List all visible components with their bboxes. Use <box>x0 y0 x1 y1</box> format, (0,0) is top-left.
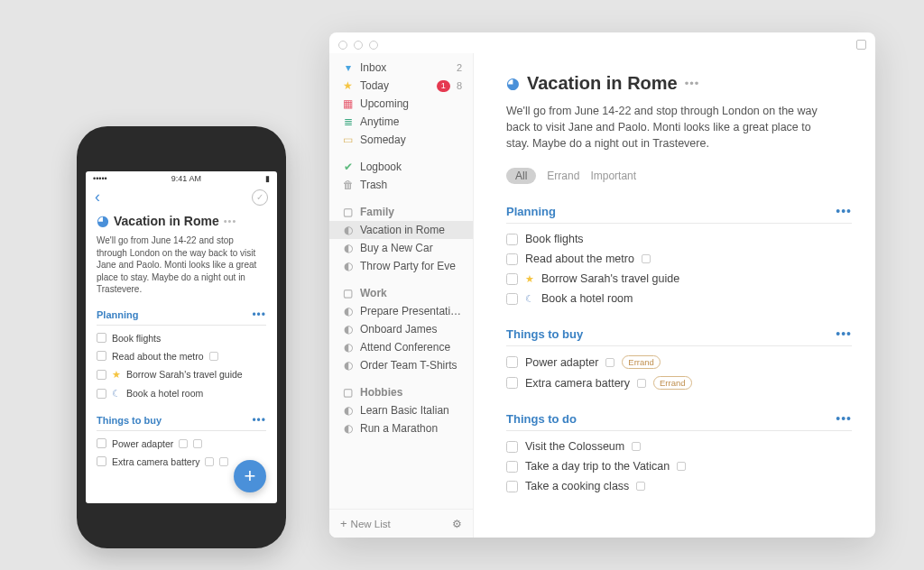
sidebar-item-inbox[interactable]: ▾Inbox2 <box>329 59 473 77</box>
section-heading[interactable]: Things to buy••• <box>506 326 852 346</box>
sidebar-item-label: Today <box>360 79 430 92</box>
section-heading[interactable]: Planning••• <box>506 204 852 224</box>
section-heading[interactable]: Things to do••• <box>506 411 852 431</box>
complete-circle-icon[interactable]: ✓ <box>252 189 268 206</box>
sidebar-project[interactable]: ◐Attend Conference <box>329 338 473 356</box>
sidebar-project[interactable]: ◐Learn Basic Italian <box>329 401 473 419</box>
task-title: Power adapter <box>525 356 598 369</box>
sidebar-project[interactable]: ◐Onboard James <box>329 320 473 338</box>
project-title[interactable]: Vacation in Rome <box>527 73 678 94</box>
sidebar-item-today[interactable]: ★Today18 <box>329 77 473 95</box>
task-checkbox[interactable] <box>97 389 106 399</box>
task-tag[interactable]: Errand <box>622 355 661 369</box>
sidebar-item-label: Logbook <box>360 161 462 173</box>
task-row[interactable]: Read about the metro <box>506 249 852 269</box>
section-more-icon[interactable]: ••• <box>836 204 852 218</box>
sidebar-project[interactable]: ◐Run a Marathon <box>329 419 473 437</box>
sidebar-item-label: Attend Conference <box>360 341 462 354</box>
task-checkbox[interactable] <box>506 461 518 473</box>
task-row[interactable]: Book flights <box>506 229 852 249</box>
task-row[interactable]: ☾Book a hotel room <box>506 289 852 308</box>
checklist-icon <box>193 439 202 448</box>
section: Planning•••Book flightsRead about the me… <box>506 204 852 308</box>
sidebar-area-heading[interactable]: ▢Hobbies <box>329 383 473 401</box>
phone-mockup: ••••• 9:41 AM ▮ ‹ ✓ ◕ Vacation in Rome •… <box>77 126 286 548</box>
task-row[interactable]: Power adapter <box>97 435 266 453</box>
phone-section-more-icon[interactable]: ••• <box>252 414 266 427</box>
phone-add-button[interactable]: + <box>234 460 266 492</box>
task-row[interactable]: Book flights <box>97 329 266 347</box>
traffic-minimize-icon[interactable] <box>354 41 363 50</box>
sidebar-item-trash[interactable]: 🗑Trash <box>329 176 473 194</box>
task-title: Power adapter <box>112 438 173 449</box>
sidebar-project[interactable]: ◐Order Team T-Shirts <box>329 356 473 374</box>
phone-section-heading[interactable]: Things to buy••• <box>97 414 266 431</box>
project-progress-icon: ◐ <box>342 423 354 435</box>
filter-errand[interactable]: Errand <box>547 170 579 182</box>
sidebar-item-label: Buy a New Car <box>360 242 462 254</box>
task-checkbox[interactable] <box>506 253 518 265</box>
logbook-icon: ✔ <box>342 161 354 173</box>
task-checkbox[interactable] <box>97 351 106 361</box>
tag-filters: AllErrandImportant <box>506 168 852 184</box>
sidebar-project[interactable]: ◐Throw Party for Eve <box>329 257 473 275</box>
task-checkbox[interactable] <box>506 356 518 368</box>
desktop-body: ▾Inbox2★Today18▦Upcoming≣Anytime▭Someday… <box>329 53 875 538</box>
task-checkbox[interactable] <box>506 377 518 389</box>
sidebar-area-heading[interactable]: ▢Family <box>329 203 473 221</box>
task-checkbox[interactable] <box>97 456 106 466</box>
task-checkbox[interactable] <box>506 441 518 453</box>
task-checkbox[interactable] <box>97 370 106 380</box>
new-list-label: New List <box>351 519 391 529</box>
task-title: Take a cooking class <box>525 480 629 492</box>
task-row[interactable]: Read about the metro <box>97 347 266 365</box>
settings-sliders-icon[interactable]: ⚙ <box>452 518 462 530</box>
sidebar: ▾Inbox2★Today18▦Upcoming≣Anytime▭Someday… <box>329 53 474 538</box>
task-row[interactable]: Extra camera batteryErrand <box>506 372 852 393</box>
task-tag[interactable]: Errand <box>653 376 692 390</box>
task-row[interactable]: ☾Book a hotel room <box>97 384 266 403</box>
section-more-icon[interactable]: ••• <box>836 411 852 426</box>
status-battery-icon: ▮ <box>265 174 270 183</box>
sidebar-project[interactable]: ◐Vacation in Rome <box>329 221 473 239</box>
task-row[interactable]: Take a cooking class <box>506 476 852 496</box>
filter-all[interactable]: All <box>506 168 536 184</box>
sidebar-item-anytime[interactable]: ≣Anytime <box>329 113 473 131</box>
new-list-button[interactable]: +New List <box>340 517 391 530</box>
filter-important[interactable]: Important <box>590 170 636 182</box>
task-row[interactable]: ★Borrow Sarah's travel guide <box>97 365 266 384</box>
project-progress-icon: ◐ <box>342 342 354 354</box>
task-row[interactable]: Power adapterErrand <box>506 352 852 372</box>
sidebar-project[interactable]: ◐Prepare Presentation <box>329 302 473 320</box>
task-checkbox[interactable] <box>97 438 106 448</box>
task-title: Book flights <box>525 233 584 245</box>
phone-section-more-icon[interactable]: ••• <box>252 308 266 321</box>
task-row[interactable]: Take a day trip to the Vatican <box>506 456 852 476</box>
project-notes[interactable]: We'll go from June 14-22 and stop throug… <box>506 103 831 152</box>
task-row[interactable]: ★Borrow Sarah's travel guide <box>506 269 852 289</box>
task-checkbox[interactable] <box>506 293 518 305</box>
phone-project-title: Vacation in Rome <box>114 214 219 228</box>
phone-project-notes[interactable]: We'll go from June 14-22 and stop throug… <box>97 234 266 296</box>
sidebar-item-logbook[interactable]: ✔Logbook <box>329 158 473 176</box>
traffic-zoom-icon[interactable] <box>369 41 378 50</box>
back-chevron-icon[interactable]: ‹ <box>95 188 100 207</box>
phone-section-heading[interactable]: Planning••• <box>97 308 266 326</box>
trash-icon: 🗑 <box>342 179 354 191</box>
task-checkbox[interactable] <box>506 273 518 285</box>
task-row[interactable]: Visit the Colosseum <box>506 437 852 456</box>
sidebar-area-heading[interactable]: ▢Work <box>329 284 473 302</box>
phone-title-more-icon[interactable]: ••• <box>224 216 237 226</box>
sidebar-project[interactable]: ◐Buy a New Car <box>329 239 473 257</box>
sidebar-item-upcoming[interactable]: ▦Upcoming <box>329 95 473 113</box>
section-more-icon[interactable]: ••• <box>836 326 852 341</box>
checklist-icon <box>637 379 646 388</box>
task-checkbox[interactable] <box>97 333 106 343</box>
task-checkbox[interactable] <box>506 481 518 492</box>
title-more-icon[interactable]: ••• <box>685 77 700 90</box>
sidebar-item-someday[interactable]: ▭Someday <box>329 131 473 149</box>
task-title: Book a hotel room <box>541 292 633 305</box>
traffic-close-icon[interactable] <box>338 41 347 50</box>
fullscreen-icon[interactable] <box>856 40 866 50</box>
task-checkbox[interactable] <box>506 234 518 245</box>
